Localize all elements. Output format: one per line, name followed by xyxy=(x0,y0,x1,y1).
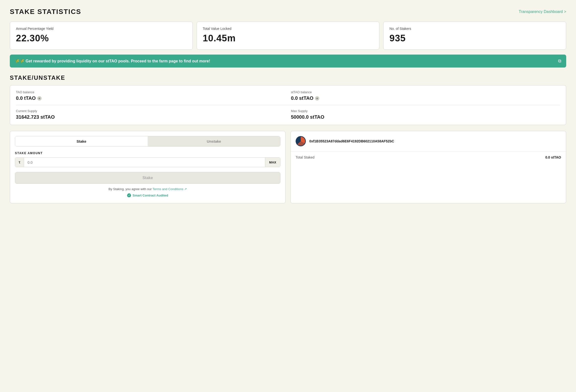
stake-submit-button[interactable]: Stake xyxy=(15,172,280,184)
sttao-add-icon[interactable]: + xyxy=(315,96,319,101)
stake-amount-input-row: τ MAX xyxy=(15,157,280,167)
wallet-staked-row: Total Staked 0.0 stTAO xyxy=(291,152,566,163)
sttao-balance-value: 0.0 stTAO + xyxy=(291,95,560,101)
stake-unstake-tabs: Stake Unstake xyxy=(15,136,280,147)
sttao-balance-label: stTAO balance xyxy=(291,90,560,94)
audit-text: Smart Contract Audited xyxy=(133,194,168,197)
stat-label-stakers: No. of Stakers xyxy=(389,27,560,31)
stake-tab[interactable]: Stake xyxy=(15,136,148,146)
liquidity-banner[interactable]: 🌾🌾 Get rewarded by providing liquidity o… xyxy=(10,54,566,68)
wallet-staked-value: 0.0 stTAO xyxy=(545,155,561,159)
wallet-staked-label: Total Staked xyxy=(296,155,315,159)
balance-divider xyxy=(16,105,560,105)
tao-balance-label: TAO balance xyxy=(16,90,285,94)
tao-symbol-prefix: τ xyxy=(15,157,24,167)
balance-card: TAO balance 0.0 tTAO + stTAO balance 0.0… xyxy=(10,85,566,125)
banner-text: 🌾🌾 Get rewarded by providing liquidity o… xyxy=(15,59,210,63)
wallet-panel: 0xf1B35523A87ddad6E6F4192DB602110A58AF52… xyxy=(290,131,566,203)
main-grid: Stake Unstake STAKE AMOUNT τ MAX Stake B… xyxy=(10,131,566,203)
current-supply-value: 31642.723 stTAO xyxy=(16,114,285,120)
max-supply-item: Max Supply 50000.0 stTAO xyxy=(291,109,560,120)
stat-label-tvl: Total Value Locked xyxy=(203,27,374,31)
balance-grid: TAO balance 0.0 tTAO + stTAO balance 0.0… xyxy=(16,90,560,101)
wallet-address: 0xf1B35523A87ddad6E6F4192DB602110A58AF52… xyxy=(309,139,394,143)
tao-balance-value: 0.0 tTAO + xyxy=(16,95,285,101)
stat-label-apy: Annual Percentage Yield xyxy=(16,27,187,31)
transparency-dashboard-link[interactable]: Transparency Dashboard > xyxy=(519,10,566,14)
terms-link[interactable]: Terms and Conditions ↗ xyxy=(153,187,187,191)
page-title: STAKE STATISTICS xyxy=(10,8,81,16)
stat-card-apy: Annual Percentage Yield 22.30% xyxy=(10,22,193,50)
current-supply-label: Current Supply xyxy=(16,109,285,113)
current-supply-item: Current Supply 31642.723 stTAO xyxy=(16,109,285,120)
stake-section-title: STAKE/UNSTAKE xyxy=(10,74,566,81)
stats-grid: Annual Percentage Yield 22.30% Total Val… xyxy=(10,22,566,50)
stat-card-stakers: No. of Stakers 935 xyxy=(383,22,566,50)
stake-amount-input[interactable] xyxy=(24,157,265,167)
wallet-avatar-svg xyxy=(296,136,306,146)
stat-value-stakers: 935 xyxy=(389,33,560,44)
wallet-header: 0xf1B35523A87ddad6E6F4192DB602110A58AF52… xyxy=(291,131,566,152)
unstake-tab[interactable]: Unstake xyxy=(148,136,280,146)
max-button[interactable]: MAX xyxy=(265,157,280,167)
tao-add-icon[interactable]: + xyxy=(37,96,42,101)
stake-amount-label: STAKE AMOUNT xyxy=(15,152,280,155)
shield-icon: ✓ xyxy=(127,193,131,197)
tao-balance-item: TAO balance 0.0 tTAO + xyxy=(16,90,285,101)
max-supply-label: Max Supply xyxy=(291,109,560,113)
terms-text: By Staking, you agree with our Terms and… xyxy=(15,187,280,191)
stat-card-tvl: Total Value Locked 10.45m xyxy=(197,22,380,50)
page-header: STAKE STATISTICS Transparency Dashboard … xyxy=(10,8,566,16)
stat-value-tvl: 10.45m xyxy=(203,33,374,44)
max-supply-value: 50000.0 stTAO xyxy=(291,114,560,120)
external-link-icon: ⧉ xyxy=(558,58,561,64)
wallet-avatar xyxy=(296,136,306,146)
stake-panel: Stake Unstake STAKE AMOUNT τ MAX Stake B… xyxy=(10,131,286,203)
supply-grid: Current Supply 31642.723 stTAO Max Suppl… xyxy=(16,109,560,120)
stat-value-apy: 22.30% xyxy=(16,33,187,44)
audit-badge: ✓ Smart Contract Audited xyxy=(15,193,280,197)
sttao-balance-item: stTAO balance 0.0 stTAO + xyxy=(291,90,560,101)
